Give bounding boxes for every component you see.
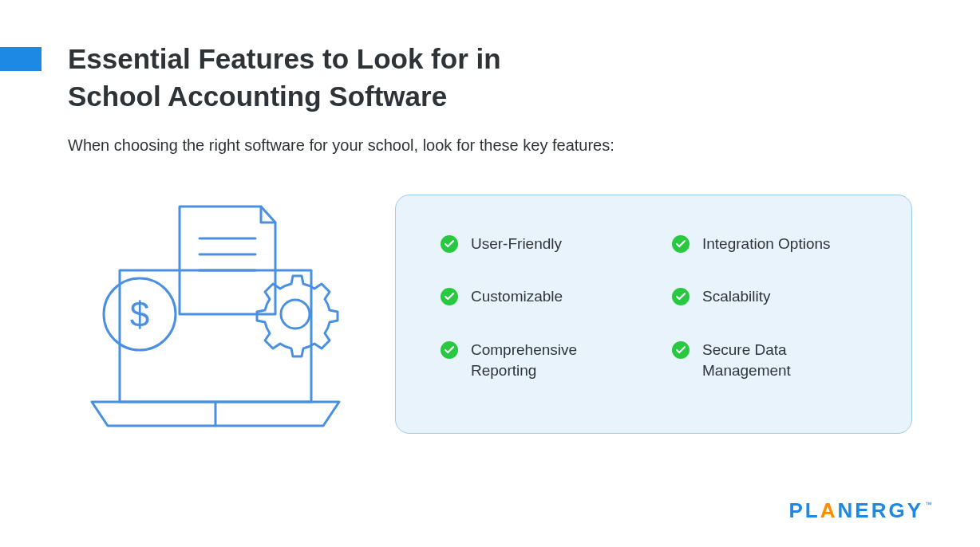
title-line-1: Essential Features to Look for in <box>68 43 501 74</box>
brand-wordmark: PLANERGY <box>789 498 923 523</box>
svg-text:$: $ <box>130 295 149 334</box>
brand-logo: PLANERGY ™ <box>789 498 932 523</box>
title-line-2: School Accounting Software <box>68 81 447 112</box>
check-icon <box>441 288 458 305</box>
brand-trademark: ™ <box>925 501 932 509</box>
feature-label: Integration Options <box>702 234 831 255</box>
svg-point-6 <box>281 300 310 329</box>
accounting-illustration: $ <box>68 195 363 442</box>
features-card: User-Friendly Integration Options Custom… <box>395 195 912 434</box>
feature-label: Comprehensive Reporting <box>471 340 640 382</box>
page-title: Essential Features to Look for in School… <box>68 40 912 116</box>
content-wrapper: Essential Features to Look for in School… <box>0 0 980 442</box>
check-icon <box>672 341 690 359</box>
feature-comprehensive-reporting: Comprehensive Reporting <box>441 340 640 382</box>
check-icon <box>441 341 458 359</box>
feature-user-friendly: User-Friendly <box>441 234 640 255</box>
check-icon <box>672 235 690 253</box>
feature-label: Customizable <box>471 286 563 308</box>
brand-suffix: NERGY <box>838 498 923 522</box>
check-icon <box>441 235 458 253</box>
accent-bar <box>0 47 41 71</box>
brand-a: A <box>820 498 838 522</box>
feature-secure-data-management: Secure Data Management <box>672 340 871 382</box>
check-icon <box>672 288 690 305</box>
feature-label: Scalability <box>702 286 771 308</box>
feature-integration-options: Integration Options <box>672 234 871 255</box>
feature-scalability: Scalability <box>672 286 871 308</box>
main-row: $ User-Friendly <box>68 195 912 442</box>
brand-prefix: PL <box>789 498 820 522</box>
feature-label: User-Friendly <box>471 234 562 255</box>
features-grid: User-Friendly Integration Options Custom… <box>441 234 871 382</box>
feature-customizable: Customizable <box>441 286 640 308</box>
subheading: When choosing the right software for you… <box>68 136 912 155</box>
feature-label: Secure Data Management <box>702 340 871 382</box>
